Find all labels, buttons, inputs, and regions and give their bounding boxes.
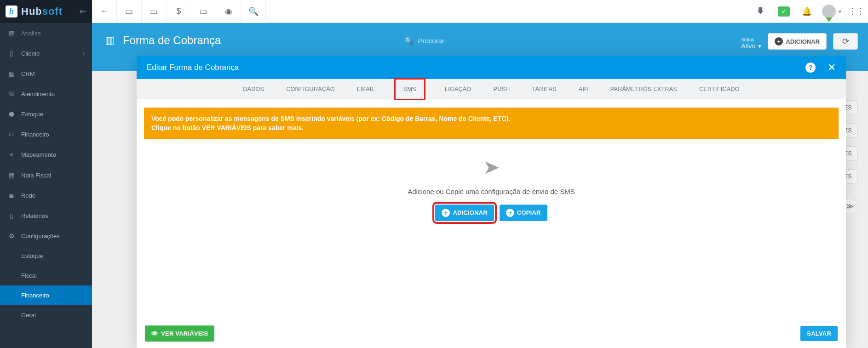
chart-icon: ▤ (7, 29, 16, 37)
close-icon[interactable]: ✕ (828, 62, 836, 74)
map-pin-icon: ⌖ (7, 151, 16, 159)
sidebar-item-rede[interactable]: ≣Rede (0, 185, 92, 205)
gear-icon: ⚙ (7, 232, 16, 240)
tab-push[interactable]: PUSH (492, 79, 512, 99)
tab-dados[interactable]: DADOS (241, 79, 266, 99)
sidebar-item-mapeamento[interactable]: ⌖Mapeamento (0, 144, 92, 165)
sidebar-item-label: Estoque (21, 252, 43, 259)
sidebar-item-label: Nota Fiscal (21, 172, 51, 179)
sidebar: ▤Analise ▯Cliente› ▦CRM ☏Atendimento ⬢Es… (0, 23, 92, 348)
eye-icon: 👁 (151, 330, 158, 337)
sidebar-collapse-icon[interactable]: ⇤ (80, 6, 86, 17)
sidebar-sub-financeiro[interactable]: Financeiro (0, 285, 92, 305)
page-title: Forma de Cobrança (123, 34, 221, 47)
save-button[interactable]: SALVAR (800, 326, 838, 341)
empty-text: Adicione ou Copie uma configuração de en… (408, 188, 575, 195)
tab-tarifas[interactable]: TARIFAS (530, 79, 558, 99)
sidebar-item-config[interactable]: ⚙Configurações (0, 226, 92, 246)
person-icon[interactable]: ▭ (117, 0, 142, 23)
sms-add-button[interactable]: + ADICIONAR (435, 205, 494, 221)
calendar-icon[interactable]: ▭ (142, 0, 167, 23)
ver-variaveis-button[interactable]: 👁 VER VARIÁVEIS (145, 325, 214, 342)
tab-api[interactable]: API (577, 79, 590, 99)
eye-icon[interactable]: ◉ (216, 0, 241, 23)
sidebar-item-atendimento[interactable]: ☏Atendimento (0, 84, 92, 104)
money-icon[interactable]: $ (167, 0, 191, 23)
banner-line2: Clique no botão VER VARIÁVEIS para saber… (151, 123, 831, 132)
modal-footer: 👁 VER VARIÁVEIS SALVAR (137, 319, 846, 348)
sidebar-sub-estoque[interactable]: Estoque (0, 246, 92, 266)
wallet-icon: ▭ (7, 131, 16, 138)
btn-label: VER VARIÁVEIS (161, 330, 208, 337)
sidebar-sub-fiscal[interactable]: Fiscal (0, 266, 92, 285)
status-ok-icon[interactable]: ✓ (772, 0, 795, 23)
help-icon[interactable]: ? (805, 63, 816, 73)
sidebar-item-label: Atendimento (21, 91, 55, 97)
sidebar-item-financeiro[interactable]: ▭Financeiro (0, 124, 92, 144)
bell-icon[interactable]: 🔔 (795, 0, 818, 23)
pdf-icon[interactable]: 🡇 (749, 0, 772, 23)
tab-ligacao[interactable]: LIGAÇÃO (443, 79, 473, 99)
sidebar-item-label: Financeiro (21, 292, 49, 299)
topbar: h Hubsoft ⇤ ← ▭ ▭ $ ▭ ◉ 🔍 🡇 ✓ 🔔 ▾ ⋮⋮ (0, 0, 868, 23)
status-filter[interactable]: Status Ativo▾ (741, 37, 761, 50)
add-label: ADICIONAR (786, 38, 820, 45)
refresh-button[interactable]: ⟳ (833, 33, 858, 50)
brand-text: Hubsoft (21, 6, 63, 17)
sidebar-sub-geral[interactable]: Geral (0, 305, 92, 325)
grid-icon: ▦ (7, 70, 16, 77)
sidebar-item-estoque[interactable]: ⬢Estoque (0, 104, 92, 124)
add-button[interactable]: +ADICIONAR (768, 33, 827, 50)
top-tool-strip: ← ▭ ▭ $ ▭ ◉ 🔍 (92, 0, 266, 23)
send-icon: ➤ (483, 156, 500, 178)
plus-icon: + (442, 209, 450, 217)
search-icon[interactable]: 🔍 (241, 0, 266, 23)
sidebar-item-label: Configurações (21, 233, 60, 240)
doc-icon: ▯ (7, 212, 16, 219)
chevron-down-icon: ▾ (758, 42, 761, 50)
sidebar-item-nota-fiscal[interactable]: ▤Nota Fiscal (0, 165, 92, 185)
sidebar-item-relatorios[interactable]: ▯Relatórios (0, 205, 92, 226)
cards-icon: ▥ (105, 34, 115, 46)
receipt-icon: ▤ (7, 171, 16, 179)
apps-icon[interactable]: ⋮⋮ (845, 0, 868, 23)
status-value: Ativo (741, 42, 755, 50)
sidebar-item-label: Estoque (21, 111, 43, 118)
sidebar-item-label: CRM (21, 70, 35, 77)
sidebar-item-label: Mapeamento (21, 151, 56, 158)
brand[interactable]: h Hubsoft ⇤ (0, 0, 92, 23)
back-button[interactable]: ← (92, 0, 117, 23)
person-icon: ▯ (7, 50, 16, 57)
modal-title: Editar Forma de Cobrança (147, 63, 239, 72)
top-right: 🡇 ✓ 🔔 ▾ ⋮⋮ (749, 0, 868, 23)
btn-label: ADICIONAR (453, 209, 487, 216)
plus-icon: + (506, 209, 514, 217)
sidebar-item-label: Fiscal (21, 272, 37, 279)
terminal-icon[interactable]: ▭ (191, 0, 216, 23)
tab-parametros[interactable]: PARÂMETROS EXTRAS (609, 79, 679, 99)
sidebar-item-label: Analise (21, 30, 41, 37)
sidebar-item-cliente[interactable]: ▯Cliente› (0, 43, 92, 63)
header-search[interactable]: 🔍 (404, 36, 556, 45)
tab-email[interactable]: EMAIL (355, 79, 377, 99)
modal-tabs: DADOS CONFIGURAÇÃO EMAIL SMS LIGAÇÃO PUS… (137, 79, 846, 99)
tab-certificado[interactable]: CERTIFICADO (697, 79, 742, 99)
user-menu[interactable]: ▾ (818, 5, 845, 18)
btn-label: SALVAR (807, 330, 831, 337)
search-input[interactable] (418, 37, 556, 45)
search-icon: 🔍 (404, 36, 414, 45)
tab-sms[interactable]: SMS (395, 79, 425, 99)
brand-logo-icon: h (6, 6, 17, 17)
edit-modal: Editar Forma de Cobrança ? ✕ DADOS CONFI… (137, 56, 846, 348)
info-banner: Você pode personalizar as mensagens de S… (144, 108, 839, 139)
chevron-down-icon: ▾ (839, 8, 841, 15)
sidebar-item-crm[interactable]: ▦CRM (0, 63, 92, 84)
sidebar-item-label: Geral (21, 312, 36, 319)
tab-configuracao[interactable]: CONFIGURAÇÃO (284, 79, 337, 99)
modal-header: Editar Forma de Cobrança ? ✕ (137, 56, 846, 79)
sms-empty-state: ➤ Adicione ou Copie uma configuração de … (137, 139, 846, 319)
sidebar-item-label: Relatórios (21, 212, 48, 219)
sms-copy-button[interactable]: + COPIAR (500, 205, 547, 221)
sidebar-item-analise[interactable]: ▤Analise (0, 23, 92, 43)
box-icon: ⬢ (7, 110, 16, 118)
